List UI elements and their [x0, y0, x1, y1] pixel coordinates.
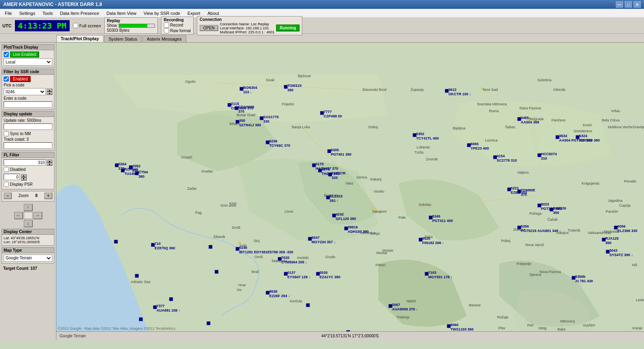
display-center-title: Display Center: [2, 229, 54, 235]
raw-format-text: Raw format: [170, 29, 191, 33]
svg-point-11: [238, 242, 241, 244]
code-select[interactable]: 0246: [4, 88, 46, 95]
zoom-label: Zoom: [19, 193, 29, 198]
fl-input[interactable]: [4, 159, 46, 166]
connection-label: Connection: [200, 17, 300, 22]
minimize-button[interactable]: —: [616, 1, 623, 8]
show-label: Show: [107, 23, 117, 28]
map-type-select[interactable]: Google Terrain Google Maps Google Satell…: [4, 255, 52, 262]
left-panel: Plot/Track Display Live Enabled Local Fi…: [0, 43, 56, 340]
local-iface-label: Local Interface:: [220, 26, 245, 30]
tab-track-plot[interactable]: Track/Plot Display: [56, 35, 103, 42]
fl-input2[interactable]: [4, 174, 20, 180]
raw-format-checkbox[interactable]: [164, 28, 169, 33]
window-controls: — □ ✕: [616, 1, 641, 8]
update-rate-input[interactable]: [4, 123, 52, 130]
menu-item-data-item-view[interactable]: Data Item View: [103, 10, 139, 16]
zoom-section: − Zoom 8 +: [2, 191, 54, 201]
fullscreen-input[interactable]: [73, 23, 78, 28]
enabled-button[interactable]: Enabled: [10, 76, 31, 82]
map-credit: ©2012 Google · Map data ©2012 Tele Atlas…: [58, 326, 175, 331]
connection-section: Connection OPEN Connection Name: Loc Rep…: [197, 16, 303, 35]
zoom-value: 8: [35, 193, 38, 198]
conn-name-label: Connection Name:: [220, 22, 250, 26]
menu-item-view-by-ssr-code[interactable]: View by SSR code: [140, 10, 184, 16]
display-center-section: Display Center Lat: 43°49'28.18551'N Lon…: [2, 229, 54, 246]
bytes-label: 50303 Bytes: [107, 28, 155, 33]
target-count: Target Count: 107: [2, 265, 54, 272]
nav-right-btn[interactable]: →: [33, 212, 42, 219]
disabled-checkbox[interactable]: [4, 167, 9, 172]
fl-up-btn[interactable]: ▲: [47, 159, 52, 162]
recording-section: Recording Record Raw format: [161, 16, 194, 35]
fl-down-btn[interactable]: ▼: [47, 162, 52, 166]
svg-point-9: [528, 117, 531, 121]
nav-section: ↑ ← → ↓: [2, 203, 54, 229]
map-type-section: Map Type Google Terrain Google Maps Goog…: [2, 247, 54, 263]
topbar: UTC 4:13:23 PM Full screen Replay Show 5…: [0, 18, 644, 34]
enter-code-label: Enter a code: [4, 96, 52, 101]
menu-item-about[interactable]: About: [204, 10, 222, 16]
lon-display: Lon: 18°18'31.00000'E: [4, 240, 52, 244]
tab-asterix[interactable]: Asterix Messages: [142, 35, 186, 42]
code-down-btn[interactable]: ▼: [47, 92, 52, 95]
nav-left-btn[interactable]: ←: [14, 212, 23, 219]
local-iface-value: 192.168.1.101: [246, 26, 269, 30]
fl-updown: ▲ ▼: [47, 159, 52, 166]
nav-center: [24, 212, 33, 219]
nav-down-btn[interactable]: ↓: [24, 220, 33, 227]
code-input[interactable]: [4, 101, 52, 108]
multicast-label: Multicast IP/Port:: [220, 30, 247, 34]
tabs: Track/Plot Display System Status Asterix…: [0, 34, 644, 43]
sync-nm-checkbox[interactable]: [4, 131, 9, 136]
menu-item-settings[interactable]: Settings: [16, 10, 39, 16]
display-psr-label: Display PSR: [10, 182, 33, 187]
map-svg: [56, 43, 644, 331]
tab-system-status[interactable]: System Status: [104, 35, 142, 42]
close-button[interactable]: ✕: [634, 1, 641, 8]
nav-up-btn[interactable]: ↑: [24, 204, 33, 211]
conn-name-value: Loc Replay: [251, 22, 269, 26]
menu-item-data-item-presence[interactable]: Data Item Presence: [57, 10, 102, 16]
plot-track-section: Plot/Track Display Live Enabled Local: [2, 44, 54, 67]
update-rate-label: Update rate: 5000ms: [4, 118, 52, 123]
sync-nm-label: Sync to NM: [10, 131, 31, 136]
zoom-plus-btn[interactable]: +: [44, 193, 52, 199]
svg-point-10: [373, 208, 376, 211]
display-update-title: Display update: [2, 111, 54, 117]
raw-format-label[interactable]: Raw format: [164, 28, 191, 33]
fullscreen-checkbox[interactable]: Full screen: [73, 23, 101, 28]
menu-item-export[interactable]: Export: [184, 10, 204, 16]
map-type-status: Google Terrain: [60, 334, 86, 338]
live-enabled-button[interactable]: Live Enabled: [10, 51, 39, 57]
fl-up-btn2[interactable]: ▲: [21, 174, 27, 177]
zoom-minus-btn[interactable]: −: [4, 193, 12, 199]
record-label: Record: [170, 23, 183, 27]
record-checkbox-label[interactable]: Record: [164, 23, 191, 28]
replay-label: Replay: [107, 18, 155, 23]
track-coast-input[interactable]: [4, 142, 52, 149]
pick-code-label: Pick a code: [4, 83, 52, 87]
fl-down-btn2[interactable]: ▼: [21, 177, 27, 181]
display-psr-checkbox[interactable]: [4, 182, 9, 187]
disabled-label: Disabled: [10, 167, 26, 172]
open-button[interactable]: OPEN: [200, 25, 218, 31]
track-coast-label: Track coast: 3: [4, 137, 52, 142]
local-select[interactable]: Local: [4, 58, 52, 66]
running-button[interactable]: Running: [276, 25, 300, 31]
live-enabled-checkbox[interactable]: [4, 52, 9, 57]
menubar: FileSettingsToolsData Item PresenceData …: [0, 9, 644, 18]
map-area[interactable]: Novi SadBelgradeSarajevoDubrovnikMostarB…: [56, 43, 644, 340]
menu-item-tools[interactable]: Tools: [39, 10, 56, 16]
recording-label: Recording: [164, 18, 191, 22]
filter-ssr-section: Filter by SSR code Enabled Pick a code 0…: [2, 69, 54, 109]
statusbar: Google Terrain 44°2'10.57131'N 17°2'3.00…: [56, 331, 644, 340]
menu-item-file[interactable]: File: [2, 10, 15, 16]
fl-filter-title: FL Filter: [2, 152, 54, 158]
replay-progress-bar: [119, 24, 155, 28]
maximize-button[interactable]: □: [625, 1, 632, 8]
display-update-section: Display update Update rate: 5000ms Sync …: [2, 111, 54, 150]
code-up-btn[interactable]: ▲: [47, 88, 52, 92]
record-checkbox[interactable]: [164, 23, 169, 28]
enabled-checkbox[interactable]: [4, 76, 9, 82]
